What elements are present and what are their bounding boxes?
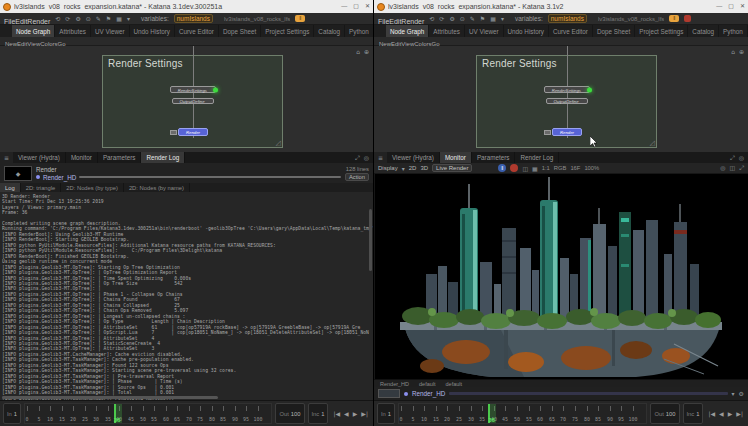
render-status-icon[interactable]: ‖ [669,15,679,22]
viewport-info-item[interactable]: default [419,381,436,387]
node-graph-canvas[interactable]: ⌂ ⊕ Render Settings RenderSettings Outpu… [374,46,748,152]
main-tab[interactable]: Catalog [688,25,719,37]
timeline-ruler[interactable]: 0510152025303540455055606570758085909510… [24,403,272,424]
menu-item[interactable]: Render [27,18,50,25]
main-tab[interactable]: Python [345,25,373,37]
chevron-down-icon[interactable]: ▾ [732,390,735,397]
render-settings-group[interactable]: Render Settings RenderSettings OutputDef… [102,55,283,148]
viewed-node-indicator-icon[interactable] [213,87,218,92]
titlebar[interactable]: lv3islands_v08_rocks_expansion.katana* -… [0,0,373,13]
compare-icon[interactable]: ▦ [532,165,538,172]
menu-item[interactable]: Render [401,18,424,25]
render-thumbnail[interactable] [378,389,400,398]
viewed-node-indicator-icon[interactable] [587,87,592,92]
log-filter-tab[interactable]: 2D: triangle [21,183,62,192]
maximize-icon[interactable]: ▢ [353,0,359,13]
main-tab[interactable]: Undo History [504,25,549,37]
panel-menu-icon[interactable]: ≡ [0,152,13,163]
zoom-in-icon[interactable]: ⊕ [739,48,744,55]
action-dropdown[interactable]: Action [345,173,369,181]
gear-icon[interactable]: ⚙ [75,15,80,22]
node-outputdefine[interactable]: OutputDefine [172,98,214,104]
render-settings-group[interactable]: Render Settings RenderSettings OutputDef… [476,55,657,148]
panel-tab[interactable]: Parameters [98,152,142,163]
node-outputdefine[interactable]: OutputDefine [546,98,588,104]
scene-reference[interactable]: lv3islands_v08_rocks_lfs [598,16,664,22]
flag-icon[interactable]: ⚑ [106,15,111,22]
display-dropdown[interactable]: Display [378,165,398,171]
expand-panel-icon[interactable]: ⤢ [730,154,735,162]
scene-reference[interactable]: lv3islands_v08_rocks_lfs [224,16,290,22]
viewport-info-item[interactable]: Render_HD [380,381,409,387]
gear-icon[interactable]: ⚙ [739,390,744,397]
log-vertical-scrollbar[interactable] [369,209,372,271]
panel-tab[interactable]: Monitor [66,152,98,163]
play-back-icon[interactable]: ◀ [344,410,349,417]
search-icon[interactable]: ⊙ [460,15,465,22]
redo-icon[interactable]: ⟳ [439,15,444,22]
main-tab[interactable]: Catalog [314,25,345,37]
step-back-icon[interactable]: |◀ [708,410,715,417]
step-back-icon[interactable]: |◀ [333,410,340,417]
undo-icon[interactable]: ⟲ [429,15,434,22]
chevron-down-icon[interactable]: ▾ [127,15,130,22]
timeline-playhead[interactable]: 36 [114,404,122,423]
maximize-icon[interactable]: ▢ [728,0,734,13]
node-render[interactable]: Render [178,128,208,136]
split-view-icon[interactable]: ◫ [522,165,528,172]
edit-icon[interactable]: ✎ [470,15,475,22]
main-tab[interactable]: Curve Editor [175,25,219,37]
main-tab[interactable]: Project Settings [635,25,688,37]
frame-all-icon[interactable]: ⌂ [731,48,735,55]
render-item-name[interactable]: Render_HD [43,174,76,181]
frame-inc-field[interactable]: Inc1 [683,403,704,424]
panel-tab[interactable]: Render Log [141,152,185,163]
overlay-icon[interactable]: ◎ [720,164,725,172]
expand-view-icon[interactable]: ⤢ [739,164,744,172]
timeline-ruler[interactable]: 0510152025303540455055606570758085909510… [398,403,647,424]
node-rendersettings[interactable]: RenderSettings [170,86,216,93]
expand-panel-icon[interactable]: ⤢ [355,154,360,162]
panel-tab[interactable]: Viewer (Hydra) [13,152,66,163]
play-forward-icon[interactable]: ▶ [728,410,733,417]
panel-tab[interactable]: Parameters [472,152,516,163]
view-2d-button[interactable]: 2D [409,165,417,171]
frame-inc-field[interactable]: Inc1 [308,403,329,424]
undo-icon[interactable]: ⟲ [55,15,60,22]
main-tab[interactable]: UV Viewer [465,25,504,37]
variables-dropdown[interactable]: numIslands [174,14,213,23]
frame-out-field[interactable]: Out100 [650,403,679,424]
main-tab[interactable]: Dope Sheet [593,25,635,37]
menu-item[interactable]: File [378,18,389,25]
node-graph-canvas[interactable]: ⌂ ⊕ Render Settings RenderSettings Outpu… [0,46,373,152]
zoom-level-value[interactable]: 1:1 [542,165,550,171]
pause-render-icon[interactable]: ‖ [498,164,506,172]
menu-item[interactable]: Edit [15,18,27,25]
flag-icon[interactable]: ⚑ [480,15,485,22]
render-log-text[interactable]: 3D Render: Render Start Time: Fri Dec 13… [0,192,373,400]
panel-menu-icon[interactable]: ≡ [374,152,387,163]
log-horizontal-scrollbar[interactable] [2,396,218,399]
panel-options-icon[interactable]: ◎ [739,154,744,161]
frame-all-icon[interactable]: ⌂ [356,48,360,55]
frame-in-field[interactable]: In1 [377,403,395,424]
grid-icon[interactable]: ▦ [116,15,122,22]
gear-icon[interactable]: ⚙ [449,15,454,22]
render-log-area[interactable]: 3D Render: Render Start Time: Fri Dec 13… [0,192,373,400]
snapshot-icon[interactable]: ◫ [730,164,736,172]
stop-render-icon[interactable] [684,15,691,22]
panel-tab[interactable]: Render Log [515,152,559,163]
stop-render-icon[interactable] [510,164,518,172]
viewport-info-item[interactable]: default [446,381,463,387]
variables-dropdown[interactable]: numIslands [548,14,587,23]
main-tab[interactable]: Dope Sheet [219,25,261,37]
panel-tab[interactable]: Monitor [440,152,472,163]
close-icon[interactable]: ✕ [740,0,745,13]
channel-value[interactable]: RGB [554,165,567,171]
menu-item[interactable]: Edit [389,18,401,25]
resize-grip-icon[interactable]: ◿ [276,139,281,147]
frame-out-field[interactable]: Out100 [275,403,304,424]
log-filter-tab[interactable]: 2D: Nodes (by type) [61,183,124,192]
node-render[interactable]: Render [552,128,582,136]
resize-grip-icon[interactable]: ◿ [650,139,655,147]
